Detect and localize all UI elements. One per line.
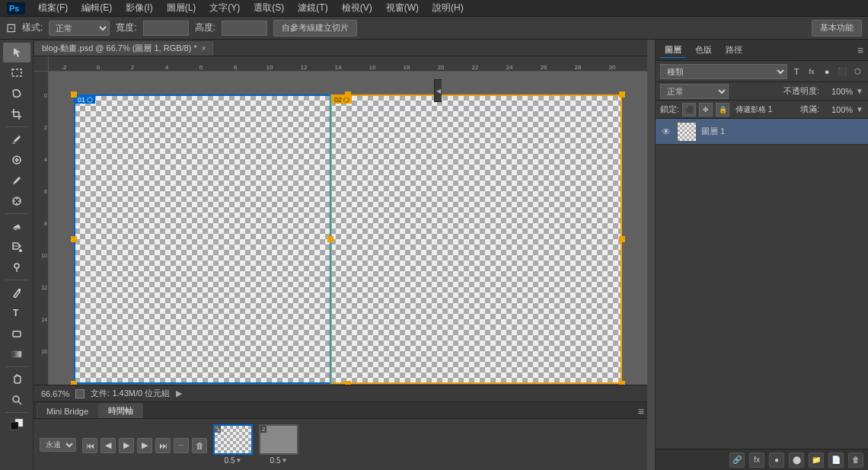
tab-paths[interactable]: 路徑	[721, 43, 747, 57]
delete-layer-button[interactable]: 🗑	[848, 452, 863, 468]
create-slices-button[interactable]: 自參考線建立切片	[273, 20, 357, 37]
hand-tool[interactable]	[3, 369, 30, 389]
height-input[interactable]	[222, 21, 267, 36]
transform-handle-tm[interactable]	[345, 91, 351, 98]
paint-bucket-tool[interactable]	[3, 237, 30, 257]
play-button[interactable]: ▶	[119, 438, 134, 453]
transform-handle-bl[interactable]	[71, 381, 77, 385]
status-arrow[interactable]: ▶	[176, 388, 182, 398]
panel-menu-icon[interactable]: ≡	[857, 44, 863, 56]
go-next-button[interactable]: ▶	[137, 438, 152, 453]
panel-collapse-button[interactable]: ◀	[434, 79, 442, 102]
heal-tool[interactable]	[3, 150, 30, 170]
close-tab-icon[interactable]: ×	[202, 44, 206, 53]
move-tool[interactable]	[3, 43, 30, 62]
marquee-tool[interactable]	[3, 63, 30, 83]
filter-adjustment-icon[interactable]: fx	[806, 66, 818, 78]
menu-filter[interactable]: 濾鏡(T)	[292, 0, 333, 16]
transform-handle-tr[interactable]	[619, 91, 625, 98]
layer-item-1[interactable]: 👁 圖層 1	[656, 119, 868, 145]
add-style-button[interactable]: fx	[749, 452, 764, 468]
go-last-button[interactable]: ⏭	[155, 438, 171, 453]
frame-2-delay[interactable]: 0.5 ▼	[270, 456, 288, 465]
go-first-button[interactable]: ⏮	[82, 438, 97, 453]
slice-mid-handle[interactable]	[327, 236, 333, 242]
lasso-tool[interactable]	[3, 84, 30, 104]
dodge-tool[interactable]	[3, 257, 30, 277]
loop-select[interactable]: 永遠 一次 三次	[40, 438, 76, 452]
new-layer-button[interactable]: 📄	[828, 452, 844, 468]
zoom-tool[interactable]	[3, 390, 30, 410]
svg-rect-17	[13, 224, 20, 230]
opacity-arrow-icon[interactable]: ▼	[856, 87, 863, 95]
link-layers-button[interactable]: 🔗	[729, 452, 745, 468]
filter-smart-icon[interactable]: ⬡	[851, 66, 863, 78]
brush-tool[interactable]	[3, 171, 30, 190]
transform-handle-bm[interactable]	[345, 381, 351, 385]
transform-handle-lm[interactable]	[71, 236, 77, 242]
svg-marker-2	[14, 48, 21, 57]
menu-help[interactable]: 說明(H)	[426, 0, 470, 16]
opacity-label: 不透明度:	[783, 85, 819, 97]
menu-image[interactable]: 影像(I)	[120, 0, 158, 16]
shape-tool[interactable]	[3, 324, 30, 344]
fill-arrow-icon[interactable]: ▼	[856, 105, 863, 114]
filter-type-icon[interactable]: ●	[821, 66, 833, 78]
lock-position-button[interactable]: ✥	[699, 103, 713, 117]
foreground-color[interactable]	[3, 415, 30, 435]
slice-2: 02 ⬡	[330, 94, 622, 384]
filter-pixel-icon[interactable]: T	[790, 66, 803, 78]
transform-handle-rm[interactable]	[619, 236, 625, 242]
frame-2-thumb[interactable]: 2	[259, 424, 298, 455]
width-input[interactable]	[143, 21, 189, 36]
crop-tool[interactable]	[3, 104, 30, 124]
tab-channels[interactable]: 色版	[691, 43, 716, 57]
clone-tool[interactable]	[3, 191, 30, 211]
slice-1: 01 ⬡	[74, 94, 331, 384]
filter-shape-icon[interactable]: ⬛	[836, 66, 848, 78]
menu-window[interactable]: 視窗(W)	[380, 0, 425, 16]
opacity-value[interactable]: 100%	[822, 87, 853, 96]
tab-mini-bridge[interactable]: Mini Bridge	[37, 403, 98, 418]
delete-frame-button[interactable]: 🗑	[192, 438, 207, 453]
document-tab[interactable]: blog-動畫.psd @ 66.7% (圖層 1, RGB/8) * ×	[34, 40, 215, 56]
type-tool[interactable]: T	[3, 303, 30, 323]
layers-kind-select[interactable]: 種類	[660, 64, 787, 79]
tab-timeline[interactable]: 時間軸	[98, 403, 143, 418]
gradient-tool[interactable]	[3, 344, 30, 364]
menu-select[interactable]: 選取(S)	[247, 0, 290, 16]
tween-button[interactable]: ···	[174, 438, 189, 453]
blend-mode-select[interactable]: 正常	[660, 84, 729, 99]
svg-text:Ps: Ps	[9, 4, 19, 13]
menubar: Ps 檔案(F) 編輯(E) 影像(I) 圖層(L) 文字(Y) 選取(S) 濾…	[0, 0, 868, 17]
menu-file[interactable]: 檔案(F)	[32, 0, 74, 16]
bottom-panel-menu-icon[interactable]: ≡	[638, 405, 644, 417]
style-select[interactable]: 正常	[49, 21, 110, 36]
pen-tool[interactable]	[3, 283, 30, 302]
frame-1-delay[interactable]: 0.5 ▼	[225, 456, 242, 465]
add-adjustment-button[interactable]: ⬤	[789, 452, 804, 468]
eyedropper-tool[interactable]	[3, 129, 30, 149]
tab-layers[interactable]: 圖層	[660, 43, 686, 58]
add-mask-button[interactable]: ●	[769, 452, 784, 468]
frame-1-thumb[interactable]: 1	[213, 424, 253, 455]
layer-visibility-toggle[interactable]: 👁	[660, 126, 672, 138]
eraser-tool[interactable]	[3, 216, 30, 236]
lock-all-button[interactable]: 🔒	[716, 103, 729, 117]
menu-view[interactable]: 檢視(V)	[336, 0, 378, 16]
canvas-area[interactable]: 01 ⬡ 02 ⬡	[49, 72, 647, 385]
transform-handle-br[interactable]	[619, 381, 625, 385]
inherit-label: 傳遞影格 1	[736, 104, 772, 115]
menu-edit[interactable]: 編輯(E)	[75, 0, 118, 16]
create-group-button[interactable]: 📁	[809, 452, 824, 468]
tool-icon: ⊡	[6, 21, 16, 35]
basic-function-button[interactable]: 基本功能	[812, 20, 862, 37]
fill-value[interactable]: 100%	[822, 105, 853, 114]
menu-text[interactable]: 文字(Y)	[203, 0, 246, 16]
transform-handle-tl[interactable]	[71, 91, 77, 98]
menu-layer[interactable]: 圖層(L)	[161, 0, 203, 16]
go-prev-button[interactable]: ◀	[101, 438, 116, 453]
lock-pixels-button[interactable]: ⬛	[682, 103, 696, 117]
horizontal-ruler: -2 0 2 4 6 8 10 12 14 16 18 20 22 24 26 …	[49, 56, 647, 72]
layer-1-name: 圖層 1	[701, 126, 863, 137]
